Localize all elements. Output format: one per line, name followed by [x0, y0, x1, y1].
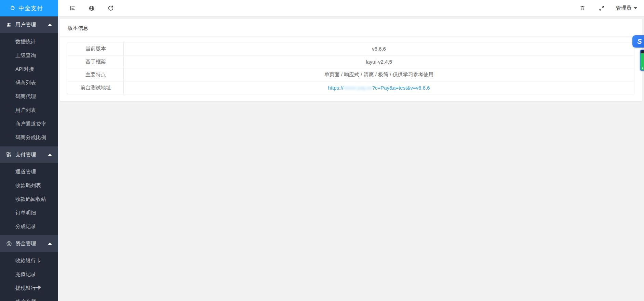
redacted-url-segment: xxxxx.pay.xx — [344, 85, 372, 91]
sidebar-section-1[interactable]: 支付管理 — [0, 146, 58, 163]
table-row: 前台测试地址https://xxxxx.pay.xx?c=Pay&a=test&… — [68, 81, 634, 94]
mini-preview-widget[interactable] — [640, 50, 644, 71]
sidebar-section-2[interactable]: 资金管理 — [0, 235, 58, 252]
topbar: 管理员 — [58, 0, 644, 16]
table-row: 当前版本v6.6.6 — [68, 42, 634, 55]
table-row: 基于框架layui-v2.4.5 — [68, 55, 634, 68]
version-table: 当前版本v6.6.6基于框架layui-v2.4.5主要特点单页面 / 响应式 … — [68, 42, 634, 94]
row-value: 单页面 / 响应式 / 清爽 / 极简 / 仅供学习参考使用 — [124, 68, 634, 81]
globe-icon-button[interactable] — [82, 0, 101, 16]
sidebar-submenu-2: 收款银行卡充值记录提现银行卡账户金额 — [0, 252, 58, 301]
sidebar-item[interactable]: 收款码列表 — [0, 179, 58, 192]
sidebar: 中金支付 用户管理数据统计上级查询API对接码商列表码商代理用户列表商户通道费率… — [0, 0, 58, 301]
fullscreen-icon-button[interactable] — [592, 0, 611, 16]
trash-icon-button[interactable] — [573, 0, 592, 16]
chevron-up-icon — [48, 243, 52, 245]
fullscreen-icon — [599, 5, 605, 11]
mini-preview-header — [641, 50, 644, 53]
mini-preview-dot — [642, 67, 643, 69]
row-label: 当前版本 — [68, 42, 124, 55]
extension-fab-button[interactable]: S — [632, 35, 644, 48]
sidebar-section-label: 资金管理 — [15, 240, 36, 247]
users-icon — [6, 22, 12, 28]
refresh-icon-button[interactable] — [101, 0, 120, 16]
collapse-menu-icon — [69, 5, 76, 11]
frontend-test-link[interactable]: https://xxxxx.pay.xx?c=Pay&a=test&v=v6.6… — [328, 85, 430, 91]
globe-icon — [89, 5, 95, 11]
row-label: 主要特点 — [68, 68, 124, 81]
chevron-up-icon — [48, 154, 52, 156]
sidebar-item[interactable]: 分成记录 — [0, 220, 58, 233]
sidebar-menu: 用户管理数据统计上级查询API对接码商列表码商代理用户列表商户通道费率码商分成比… — [0, 16, 58, 301]
sidebar-item[interactable]: 账户金额 — [0, 295, 58, 301]
sidebar-submenu-1: 通道管理收款码列表收款码回收站订单明细分成记录 — [0, 163, 58, 235]
sidebar-item[interactable]: 收款码回收站 — [0, 192, 58, 206]
sidebar-item[interactable]: 数据统计 — [0, 35, 58, 49]
sidebar-section-label: 用户管理 — [15, 22, 36, 28]
sidebar-item[interactable]: 订单明细 — [0, 206, 58, 220]
sidebar-item[interactable]: 码商分成比例 — [0, 131, 58, 144]
rmb-icon — [6, 241, 12, 247]
brand-title: 中金支付 — [18, 4, 43, 12]
chevron-down-icon — [634, 7, 637, 9]
extension-fab-glyph: S — [637, 38, 642, 45]
sidebar-item[interactable]: API对接 — [0, 62, 58, 76]
admin-label: 管理员 — [616, 5, 631, 11]
sidebar-submenu-0: 数据统计上级查询API对接码商列表码商代理用户列表商户通道费率码商分成比例 — [0, 33, 58, 146]
sidebar-item[interactable]: 上级查询 — [0, 49, 58, 62]
row-label: 基于框架 — [68, 55, 124, 68]
sidebar-section-label: 支付管理 — [15, 152, 36, 158]
main-content: 版本信息 当前版本v6.6.6基于框架layui-v2.4.5主要特点单页面 /… — [58, 16, 644, 301]
card-body: 当前版本v6.6.6基于框架layui-v2.4.5主要特点单页面 / 响应式 … — [60, 37, 642, 101]
sidebar-item[interactable]: 提现银行卡 — [0, 281, 58, 295]
sidebar-item[interactable]: 通道管理 — [0, 165, 58, 179]
brand-logo[interactable]: 中金支付 — [0, 0, 58, 16]
table-row: 主要特点单页面 / 响应式 / 清爽 / 极简 / 仅供学习参考使用 — [68, 68, 634, 81]
sidebar-section-0[interactable]: 用户管理 — [0, 16, 58, 33]
flame-icon — [9, 5, 15, 12]
sidebar-item[interactable]: 收款银行卡 — [0, 254, 58, 267]
component-icon — [6, 152, 12, 158]
sidebar-item[interactable]: 码商列表 — [0, 76, 58, 90]
sidebar-item[interactable]: 用户列表 — [0, 103, 58, 117]
sidebar-item[interactable]: 码商代理 — [0, 90, 58, 103]
row-value: v6.6.6 — [124, 42, 634, 55]
row-label: 前台测试地址 — [68, 81, 124, 94]
trash-icon — [579, 5, 586, 11]
collapse-menu-icon-button[interactable] — [63, 0, 82, 16]
row-value: https://xxxxx.pay.xx?c=Pay&a=test&v=v6.6… — [124, 81, 634, 94]
chevron-up-icon — [48, 24, 52, 26]
version-card: 版本信息 当前版本v6.6.6基于框架layui-v2.4.5主要特点单页面 /… — [60, 19, 642, 101]
admin-app: 中金支付 用户管理数据统计上级查询API对接码商列表码商代理用户列表商户通道费率… — [0, 0, 644, 301]
refresh-icon — [108, 5, 114, 11]
sidebar-item[interactable]: 商户通道费率 — [0, 117, 58, 131]
row-value: layui-v2.4.5 — [124, 55, 634, 68]
admin-dropdown[interactable]: 管理员 — [611, 0, 642, 16]
card-title: 版本信息 — [60, 19, 642, 37]
sidebar-item[interactable]: 充值记录 — [0, 267, 58, 281]
